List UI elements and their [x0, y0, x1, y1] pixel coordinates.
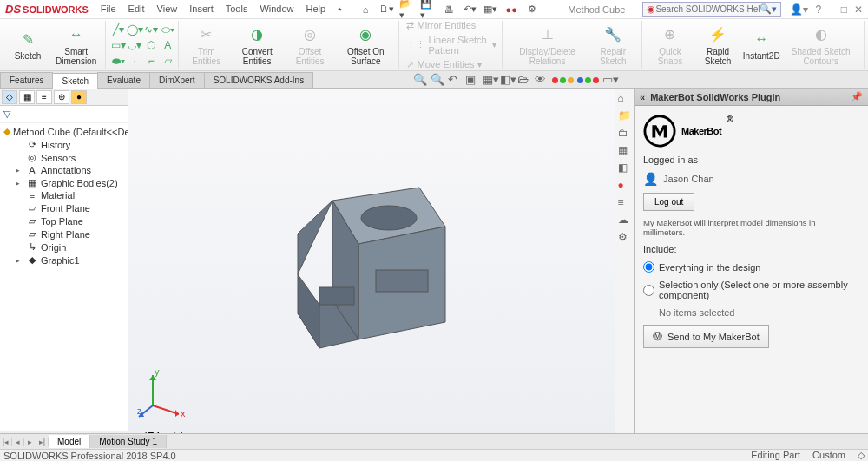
line-icon[interactable]: ╱▾	[111, 23, 125, 36]
shaded-button[interactable]: ◐Shaded Sketch Contours	[781, 23, 860, 68]
feature-manager-tab-icon[interactable]: ◇	[2, 90, 17, 104]
help-icon[interactable]: ?	[815, 3, 821, 16]
mirror-button[interactable]: ⇄Mirror Entities	[404, 19, 498, 32]
arc-icon[interactable]: ◡▾	[128, 38, 141, 52]
zoom-area-icon[interactable]: 🔍	[431, 73, 444, 87]
home-tab-icon[interactable]: ⌂	[618, 92, 632, 106]
display-style-icon[interactable]: ◧▾	[500, 73, 514, 87]
repair-button[interactable]: 🔧Repair Sketch	[589, 23, 638, 68]
rapid-sketch-button[interactable]: ⚡Rapid Sketch	[694, 23, 741, 68]
filter-icon[interactable]: ▽	[0, 106, 128, 123]
relations-button[interactable]: ⊥Display/Delete Relations	[508, 23, 586, 68]
offset-surf-button[interactable]: ◉Offset On Surface	[336, 23, 395, 68]
open-icon[interactable]: 📂▾	[399, 2, 415, 17]
tab-dimxpert[interactable]: DimXpert	[149, 72, 205, 88]
search-icon[interactable]: 🔍▾	[760, 3, 777, 15]
display-manager-tab-icon[interactable]: ●	[71, 90, 87, 104]
property-manager-tab-icon[interactable]: ▦	[19, 90, 35, 104]
expand-icon[interactable]: ▸	[16, 256, 23, 265]
tree-item[interactable]: ▱Right Plane	[0, 227, 128, 240]
quick-snaps-button[interactable]: ⊕Quick Snaps	[648, 23, 693, 68]
settings-icon[interactable]: ⚙	[524, 2, 540, 17]
properties-tab-icon[interactable]: ≡	[618, 196, 632, 210]
minimize-icon[interactable]: –	[828, 3, 834, 16]
section-icon[interactable]: ▣	[465, 73, 479, 87]
print-icon[interactable]: 🖶	[441, 2, 457, 17]
menu-file[interactable]: File	[95, 2, 122, 16]
bottom-tab-motion[interactable]: Motion Study 1	[90, 435, 167, 448]
tree-item[interactable]: ▸AAnnotations	[0, 164, 128, 176]
tree-item[interactable]: ▱Top Plane	[0, 214, 128, 227]
tree-item[interactable]: ▱Front Plane	[0, 201, 128, 214]
zoom-fit-icon[interactable]: 🔍	[413, 73, 427, 87]
menu-expand-icon[interactable]: ⭑	[332, 2, 347, 16]
include-selection-radio[interactable]: Selection only (Select one or more assem…	[643, 280, 859, 300]
prev-view-icon[interactable]: ↶	[448, 73, 462, 87]
radio-sel-input[interactable]	[643, 285, 654, 296]
dimxpert-tab-icon[interactable]: ⊕	[54, 90, 69, 104]
polygon-icon[interactable]: ⬡	[144, 38, 158, 52]
include-all-radio[interactable]: Everything in the design	[643, 261, 859, 273]
instant2d-button[interactable]: ↔Instant2D	[743, 27, 779, 63]
linear-pattern-button[interactable]: ⋮⋮Linear Sketch Pattern▾	[404, 34, 498, 56]
logout-button[interactable]: Log out	[643, 193, 694, 211]
tab-nav-last-icon[interactable]: ▸|	[36, 438, 49, 446]
tree-item[interactable]: ≡Material	[0, 189, 128, 201]
save-icon[interactable]: 💾▾	[420, 2, 436, 17]
library-tab-icon[interactable]: 🗀	[618, 127, 632, 141]
rect-icon[interactable]: ▭▾	[111, 38, 125, 52]
slot-icon[interactable]: ⬬▾	[111, 54, 125, 68]
tab-nav-prev-icon[interactable]: ◂	[12, 438, 24, 446]
menu-insert[interactable]: Insert	[184, 2, 219, 16]
tab-nav-next-icon[interactable]: ▸	[24, 438, 36, 446]
graphics-viewport[interactable]: x y z *Trimetric	[128, 89, 615, 443]
menu-tools[interactable]: Tools	[220, 2, 253, 16]
scene-icon[interactable]: 👁▾	[535, 73, 549, 87]
new-icon[interactable]: 🗋▾	[378, 2, 394, 17]
pin-icon[interactable]: 📌	[851, 91, 863, 102]
undo-icon[interactable]: ↶▾	[462, 2, 477, 17]
fillet-icon[interactable]: ⌐	[144, 54, 158, 68]
resources-tab-icon[interactable]: 📁	[618, 109, 632, 123]
convert-button[interactable]: ◑Convert Entities	[230, 23, 284, 68]
tree-item[interactable]: ▸◆Graphic1	[0, 254, 128, 267]
tree-item[interactable]: ▸▦Graphic Bodies(2)	[0, 176, 128, 189]
plane-icon[interactable]: ▱	[161, 54, 174, 68]
text-icon[interactable]: A	[161, 38, 174, 52]
render-icon[interactable]: ▭▾	[602, 73, 616, 87]
status-expand-icon[interactable]: ◇	[858, 450, 865, 461]
config-manager-tab-icon[interactable]: ≡	[36, 90, 52, 104]
smart-dimension-button[interactable]: ↔ Smart Dimension	[50, 23, 102, 68]
sketch-button[interactable]: ✎ Sketch	[7, 27, 49, 63]
explorer-tab-icon[interactable]: ▦	[618, 144, 632, 158]
appearance-icon[interactable]	[552, 77, 574, 83]
trim-button[interactable]: ✂Trim Entities	[184, 23, 228, 68]
settings-tab-icon[interactable]: ⚙	[618, 231, 632, 245]
select-icon[interactable]: ▦▾	[483, 2, 498, 17]
send-button[interactable]: Ⓜ Send to My MakerBot	[643, 325, 769, 348]
menu-help[interactable]: Help	[301, 2, 332, 16]
move-button[interactable]: ↗Move Entities▾	[404, 58, 498, 71]
hide-show-icon[interactable]: 🗁▾	[517, 73, 531, 87]
tree-item[interactable]: ◎Sensors	[0, 151, 128, 164]
expand-icon[interactable]: ▸	[16, 166, 23, 175]
tab-addins[interactable]: SOLIDWORKS Add-Ins	[204, 72, 313, 88]
menu-edit[interactable]: Edit	[123, 2, 150, 16]
view-palette-tab-icon[interactable]: ◧	[618, 161, 632, 175]
tree-root[interactable]: ◆ Method Cube (Default<<De	[0, 125, 128, 138]
maximize-icon[interactable]: □	[841, 3, 847, 16]
expand-icon[interactable]: ▸	[16, 179, 23, 188]
help-search[interactable]: ◉ 🔍▾	[642, 2, 781, 17]
view-orient-icon[interactable]: ▦▾	[483, 73, 496, 87]
bottom-tab-model[interactable]: Model	[49, 435, 90, 448]
point-icon[interactable]: ·	[128, 54, 141, 68]
forum-tab-icon[interactable]: ☁	[618, 214, 632, 227]
appearances-tab-icon[interactable]: ●	[618, 179, 632, 193]
spline-icon[interactable]: ∿▾	[144, 23, 158, 36]
tab-nav-first-icon[interactable]: |◂	[0, 438, 12, 446]
close-icon[interactable]: ✕	[854, 3, 863, 16]
menu-window[interactable]: Window	[254, 2, 299, 16]
tab-features[interactable]: Features	[0, 72, 53, 88]
status-units[interactable]: Custom	[812, 450, 845, 461]
offset-ent-button[interactable]: ◎Offset Entities	[286, 23, 334, 68]
